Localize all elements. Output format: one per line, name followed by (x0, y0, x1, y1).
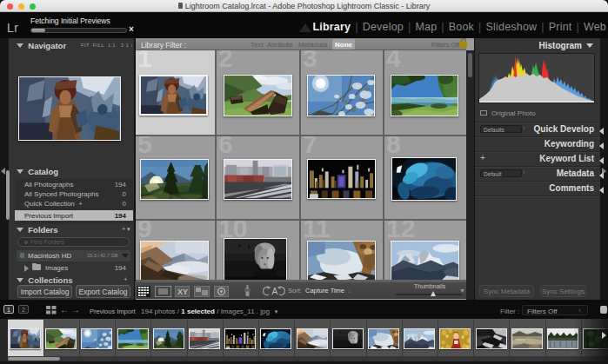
svg-text:A: A (272, 287, 278, 296)
svg-text:XY: XY (177, 288, 188, 296)
